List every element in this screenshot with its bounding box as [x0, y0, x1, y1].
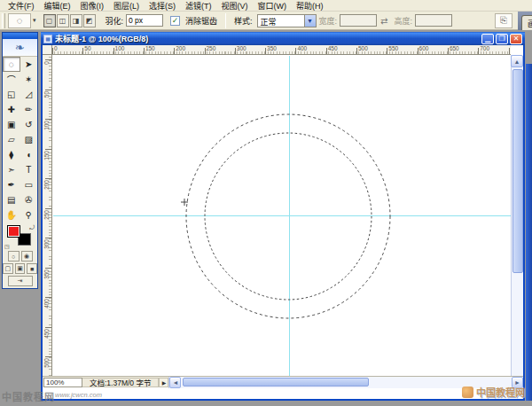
vertical-scrollbar[interactable]: ▲ — [511, 55, 523, 387]
gradient-tool[interactable]: ▨ — [20, 132, 38, 147]
minimize-button[interactable]: ▁ — [481, 34, 494, 44]
menu-item-图层L[interactable]: 图层(L) — [109, 0, 144, 12]
document-title: 未标题-1 @ 100%(RGB/8) — [55, 33, 481, 44]
ruler-label: 400 — [43, 299, 50, 308]
type-tool[interactable]: T — [20, 162, 38, 177]
maximize-button[interactable]: ❐ — [496, 34, 508, 44]
menu-item-选择S[interactable]: 选择(S) — [145, 0, 180, 12]
ruler-label: 450 — [328, 45, 338, 51]
vertical-ruler[interactable]: 050100150200250300350400450500550 — [43, 55, 52, 387]
combo-arrow-icon[interactable]: ▼ — [304, 15, 316, 27]
go-to-bridge-button[interactable]: ⎘ — [495, 13, 512, 28]
history-brush-tool[interactable]: ↺ — [20, 117, 38, 132]
intersect-selection-button[interactable]: ◩ — [83, 14, 96, 27]
style-label: 样式: — [234, 15, 253, 27]
menu-item-文件F[interactable]: 文件(F) — [4, 0, 39, 12]
new-selection-button[interactable]: ▢ — [43, 14, 56, 27]
ruler-label: 300 — [43, 239, 50, 249]
hand-tool[interactable]: ✋ — [3, 207, 20, 223]
antialias-label: 消除锯齿 — [185, 15, 217, 27]
palette-tab-0[interactable]: 画笔 — [521, 15, 532, 30]
options-bar-handle[interactable] — [2, 13, 5, 28]
horizontal-scroll-thumb[interactable] — [183, 378, 369, 386]
pen-tool[interactable]: ✒ — [3, 177, 20, 192]
elliptical-marquee-tool[interactable]: ◌ — [3, 57, 20, 72]
close-button[interactable]: ✕ — [510, 34, 522, 44]
status-menu-button[interactable]: ▶ — [159, 378, 168, 387]
ruler-label: 500 — [43, 358, 50, 368]
eyedropper-tool[interactable]: ✇ — [20, 192, 38, 207]
antialias-checkbox[interactable]: ✓ — [170, 16, 180, 26]
docked-palette-edge — [526, 64, 532, 401]
menu-item-编辑E[interactable]: 编辑(E) — [40, 0, 75, 12]
add-to-selection-button[interactable]: ◫ — [57, 14, 69, 27]
crop-tool[interactable]: ◱ — [3, 87, 20, 102]
zoom-percentage-field[interactable]: 100% — [43, 378, 82, 387]
fullscreen-menubar-button[interactable]: ▣ — [15, 263, 26, 274]
watermark-logo-icon — [462, 386, 473, 398]
photoshop-feather-logo-icon: ❧ — [3, 39, 37, 57]
dodge-tool[interactable]: ◖ — [20, 147, 38, 162]
ruler-tick — [326, 48, 327, 55]
eraser-tool[interactable]: ▱ — [3, 132, 20, 147]
ruler-label: 350 — [43, 269, 50, 279]
path-selection-tool[interactable]: ➣ — [3, 162, 20, 177]
toolbox: ❧ ◌➤⌒✶◱◿✚✏▣↺▱▨⧫◖➣T✒▭▤✇✋⚲ ⤾ ◳ ○◉ ▢▣■ ⇥ — [2, 32, 38, 289]
canvas[interactable] — [53, 56, 511, 387]
toolbox-titlebar[interactable] — [3, 33, 37, 39]
healing-brush-tool[interactable]: ✚ — [3, 102, 20, 117]
lasso-tool[interactable]: ⌒ — [3, 72, 20, 87]
swap-colors-icon[interactable]: ⤾ — [29, 224, 35, 231]
subtract-from-selection-button[interactable]: ◨ — [70, 14, 82, 27]
ruler-tick — [45, 268, 52, 269]
tool-preset-picker[interactable]: ◌ — [8, 13, 31, 28]
foreground-color-swatch[interactable] — [7, 225, 20, 238]
document-titlebar[interactable]: ▦ 未标题-1 @ 100%(RGB/8) ▁ ❐ ✕ — [41, 32, 525, 45]
menu-item-视图V[interactable]: 视图(V) — [217, 0, 253, 12]
blur-tool[interactable]: ⧫ — [3, 147, 20, 162]
watermark-bottom-right: 中国教程网 — [462, 385, 525, 399]
horizontal-ruler[interactable]: 0501001502002503003504004505005506006507… — [52, 45, 511, 55]
bridge-icon: ⎘ — [500, 15, 507, 26]
brush-tool[interactable]: ✏ — [20, 102, 38, 117]
tool-preset-caret-icon[interactable]: ▾ — [33, 17, 36, 24]
slice-tool[interactable]: ◿ — [20, 87, 38, 102]
quick-mask-mode-button[interactable]: ◉ — [21, 251, 33, 262]
ruler-tick — [448, 48, 449, 55]
move-tool[interactable]: ➤ — [20, 57, 38, 72]
edit-in-imageready-button[interactable]: ⇥ — [8, 276, 33, 286]
ruler-corner[interactable] — [43, 45, 52, 55]
window-buttons: ▁ ❐ ✕ — [481, 34, 522, 44]
default-colors-icon[interactable]: ◳ — [4, 243, 10, 249]
ruler-tick — [478, 48, 479, 55]
menu-item-滤镜T[interactable]: 滤镜(T) — [181, 0, 216, 12]
notes-tool[interactable]: ▤ — [3, 192, 20, 207]
standard-screen-button[interactable]: ▢ — [3, 263, 13, 274]
menu-item-图像I[interactable]: 图像(I) — [76, 0, 109, 12]
height-input[interactable] — [415, 14, 452, 27]
feather-input[interactable] — [126, 14, 163, 27]
scroll-up-button[interactable]: ▲ — [511, 55, 523, 67]
width-input[interactable] — [340, 14, 377, 27]
document-icon: ▦ — [43, 35, 52, 43]
ruler-tick — [45, 297, 52, 298]
standard-mode-button[interactable]: ○ — [8, 251, 20, 262]
swap-dimensions-icon[interactable]: ⇄ — [380, 16, 387, 26]
ruler-tick — [265, 48, 266, 55]
style-dropdown[interactable]: 正常 ▼ — [257, 14, 317, 27]
clone-stamp-tool[interactable]: ▣ — [3, 117, 20, 132]
menu-item-窗口W[interactable]: 窗口(W) — [254, 0, 292, 12]
ruler-label: 450 — [43, 329, 50, 339]
scroll-left-button[interactable]: ◄ — [169, 377, 181, 388]
ruler-tick — [174, 48, 175, 55]
height-label: 高度: — [394, 15, 412, 27]
shape-tool[interactable]: ▭ — [20, 177, 38, 192]
vertical-scroll-thumb[interactable] — [512, 69, 523, 273]
fullscreen-button[interactable]: ■ — [27, 263, 37, 274]
zoom-tool[interactable]: ⚲ — [20, 207, 38, 223]
ruler-label: 400 — [297, 45, 307, 51]
ruler-label: 550 — [388, 45, 398, 51]
document-window: ▦ 未标题-1 @ 100%(RGB/8) ▁ ❐ ✕ 050100150200… — [41, 32, 525, 401]
magic-wand-tool[interactable]: ✶ — [20, 72, 38, 87]
menu-item-帮助H[interactable]: 帮助(H) — [292, 0, 328, 12]
